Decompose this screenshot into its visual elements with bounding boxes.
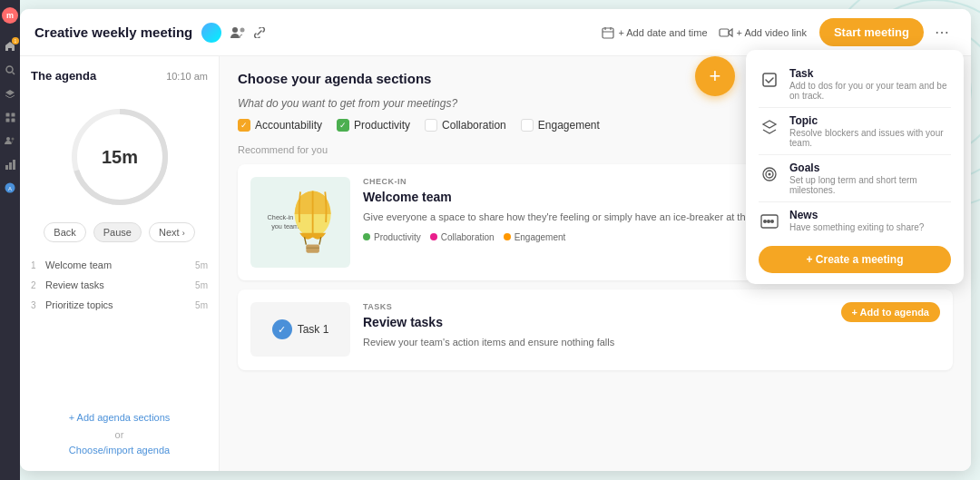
item-label: Prioritize topics — [45, 299, 195, 310]
list-item: 3 Prioritize topics 5m — [31, 295, 208, 315]
svg-rect-31 — [306, 245, 319, 253]
item-label: Welcome team — [45, 260, 195, 270]
popup-item-goals[interactable]: Goals Set up long term and short term mi… — [759, 155, 951, 202]
checkbox-icon-productivity: ✓ — [337, 119, 349, 132]
add-sections-link[interactable]: + Add agenda sections — [31, 412, 208, 423]
item-number: 1 — [31, 260, 45, 270]
video-icon — [719, 27, 733, 38]
start-meeting-button[interactable]: Start meeting — [819, 18, 924, 46]
sidebar: m 1 A — [0, 0, 20, 480]
more-options-button[interactable]: ⋯ — [927, 20, 956, 44]
popup-item-topic[interactable]: Topic Resolve blockers and issues with y… — [759, 108, 951, 155]
fab-button[interactable]: + — [695, 56, 735, 96]
svg-rect-9 — [11, 118, 15, 122]
sidebar-icon-layers[interactable] — [3, 86, 17, 101]
tag-engagement: Engagement — [504, 232, 566, 242]
add-video-button[interactable]: + Add video link — [713, 24, 812, 42]
choose-import-link[interactable]: Choose/import agenda — [31, 445, 208, 456]
sidebar-icon-chart[interactable] — [3, 157, 17, 171]
add-video-label: + Add video link — [737, 27, 807, 38]
popup-topic-desc: Resolve blockers and issues with your te… — [789, 128, 951, 148]
goals-icon — [759, 163, 780, 185]
checkbox-engagement[interactable]: Engagement — [521, 119, 600, 132]
checkbox-icon-accountability: ✓ — [238, 119, 250, 132]
popup-task-title: Task — [789, 67, 951, 80]
svg-text:you team!: you team! — [271, 222, 300, 230]
agenda-panel: The agenda 10:10 am 15m Back Pause Next … — [20, 56, 220, 471]
popup-task-desc: Add to dos for you or your team and be o… — [789, 81, 951, 101]
timer-controls: Back Pause Next › — [31, 222, 208, 242]
news-icon — [759, 211, 780, 232]
item-time: 5m — [195, 260, 208, 270]
tag-productivity: Productivity — [363, 232, 421, 242]
popup-topic-text: Topic Resolve blockers and issues with y… — [789, 114, 951, 148]
svg-line-5 — [12, 72, 15, 74]
tag-label-productivity: Productivity — [374, 232, 421, 242]
sidebar-icon-people[interactable] — [3, 133, 17, 148]
checkbox-label-accountability: Accountability — [255, 119, 322, 132]
dot-collaboration — [430, 233, 437, 240]
task-check-icon: ✓ — [272, 319, 292, 339]
topic-icon — [759, 116, 780, 138]
item-number: 3 — [31, 300, 45, 310]
svg-point-36 — [769, 173, 771, 176]
agenda-header: The agenda 10:10 am — [31, 69, 208, 83]
create-meeting-button[interactable]: + Create a meeting — [759, 246, 951, 273]
task-icon — [759, 69, 780, 91]
card-tag-tasks: TASKS — [363, 302, 828, 311]
svg-rect-13 — [9, 162, 12, 170]
card-visual-checkin: Check-in with you team! — [250, 177, 350, 268]
app-logo[interactable]: m — [2, 7, 18, 24]
item-time: 5m — [195, 300, 208, 310]
card-title-tasks: Review tasks — [363, 315, 828, 329]
svg-point-10 — [6, 137, 10, 141]
notification-badge: 1 — [12, 37, 19, 44]
svg-rect-14 — [13, 160, 15, 170]
tag-label-collaboration: Collaboration — [441, 232, 495, 242]
balloon-illustration: Check-in with you team! — [260, 177, 341, 268]
sidebar-icon-grid[interactable] — [3, 110, 17, 124]
checkbox-icon-engagement — [521, 119, 534, 132]
timer-text: 15m — [101, 147, 137, 167]
sidebar-icon-avatar[interactable]: A — [3, 181, 17, 195]
item-time: 5m — [195, 280, 208, 290]
or-label: or — [115, 429, 124, 440]
checkbox-icon-collaboration — [425, 119, 437, 132]
card-desc-tasks: Review your team's action items and ensu… — [363, 335, 828, 350]
next-button[interactable]: Next › — [149, 222, 195, 242]
link-icon — [252, 27, 267, 38]
popup-item-news[interactable]: News Have something exiting to share? — [759, 202, 951, 239]
checkbox-productivity[interactable]: ✓ Productivity — [337, 119, 410, 132]
svg-point-11 — [12, 138, 15, 141]
svg-rect-23 — [720, 29, 729, 36]
svg-text:A: A — [8, 186, 12, 191]
list-item: 1 Welcome team 5m — [31, 255, 208, 275]
svg-point-17 — [232, 27, 238, 33]
item-number: 2 — [31, 280, 45, 290]
timer-circle-svg: 15m — [65, 103, 174, 211]
item-label: Review tasks — [45, 279, 195, 290]
card-content-tasks: TASKS Review tasks Review your team's ac… — [363, 302, 828, 358]
add-date-button[interactable]: + Add date and time — [596, 23, 712, 43]
popup-news-title: News — [789, 209, 951, 221]
task-item-label: Task 1 — [298, 323, 329, 336]
popup-topic-title: Topic — [789, 114, 951, 127]
popup-goals-desc: Set up long term and short term mileston… — [789, 175, 951, 195]
svg-point-39 — [767, 220, 770, 223]
checkbox-collaboration[interactable]: Collaboration — [425, 119, 506, 132]
task-visual: ✓ Task 1 — [250, 302, 350, 357]
sidebar-icon-home[interactable]: 1 — [3, 39, 17, 54]
add-to-agenda-button[interactable]: + Add to agenda — [841, 302, 940, 322]
agenda-items-list: 1 Welcome team 5m 2 Review tasks 5m 3 Pr… — [31, 255, 208, 400]
review-tasks-card: ✓ Task 1 TASKS Review tasks Review your … — [238, 289, 953, 370]
pause-button[interactable]: Pause — [93, 222, 142, 242]
svg-rect-19 — [603, 28, 613, 38]
popup-news-desc: Have something exiting to share? — [789, 222, 951, 232]
svg-rect-12 — [5, 165, 8, 170]
svg-rect-33 — [763, 73, 776, 86]
sidebar-icon-search[interactable] — [3, 63, 17, 77]
page-title: Creative weekly meeting — [34, 24, 192, 40]
checkbox-accountability[interactable]: ✓ Accountability — [238, 119, 322, 132]
popup-item-task[interactable]: Task Add to dos for you or your team and… — [759, 61, 951, 108]
back-button[interactable]: Back — [44, 222, 85, 242]
